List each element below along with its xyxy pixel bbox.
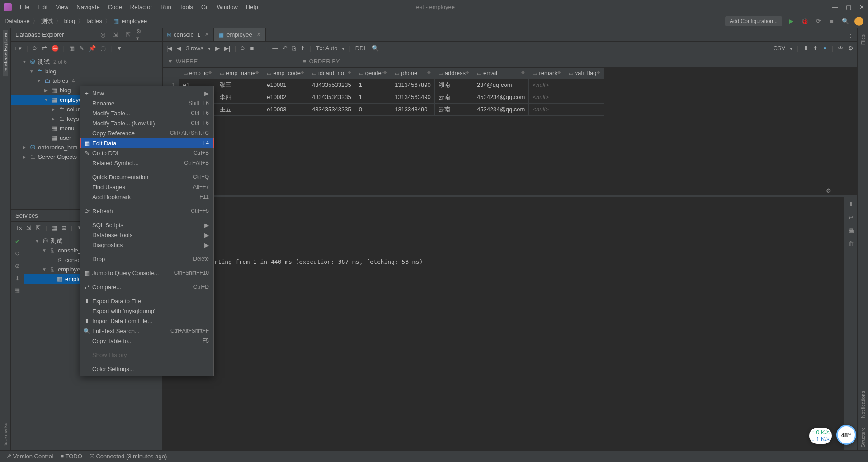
output-hide-icon[interactable]: — xyxy=(836,187,842,194)
add-configuration-button[interactable]: Add Configuration... xyxy=(725,16,782,26)
stop-icon[interactable]: ■ xyxy=(827,17,836,26)
breadcrumb-item[interactable]: blog xyxy=(64,18,75,24)
col-vali_flag[interactable]: ▭vali_flag◆ xyxy=(565,68,604,79)
grid-settings-icon[interactable]: ⚙ xyxy=(848,45,854,52)
cm-color-settings-[interactable]: Color Settings... xyxy=(80,364,213,374)
services-tree-icon[interactable]: ⊞ xyxy=(61,224,66,231)
output-wrap-icon[interactable]: ↩ xyxy=(849,214,854,221)
ai-icon[interactable]: ✦ xyxy=(822,45,827,52)
cm-export-data-to-file[interactable]: ⬇Export Data to File xyxy=(80,296,213,306)
close-icon[interactable]: ✕ xyxy=(859,4,864,10)
rail-bookmarks[interactable]: Bookmarks xyxy=(3,420,8,450)
services-export-icon[interactable]: ⬇ xyxy=(15,275,20,281)
tab-console_1[interactable]: ⎘console_1✕ xyxy=(163,28,214,41)
search-icon[interactable]: 🔍 xyxy=(841,17,850,26)
col-emp_code[interactable]: ▭emp_code◆ xyxy=(263,68,308,79)
cm-full-text-search-[interactable]: 🔍Full-Text Search...Ctrl+Alt+Shift+F xyxy=(80,326,213,336)
sort-icon[interactable]: ≡ xyxy=(303,58,307,65)
export-icon[interactable]: ⬇ xyxy=(803,45,808,52)
cm-export-with-mysqldump-[interactable]: Export with 'mysqldump' xyxy=(80,306,213,316)
last-page-icon[interactable]: ▶| xyxy=(224,45,230,52)
table-row[interactable]: 3王五e1000343343534323501313343490云南453423… xyxy=(163,103,604,115)
next-page-icon[interactable]: ▶ xyxy=(215,45,220,52)
services-cancel-icon[interactable]: ⊘ xyxy=(15,262,20,269)
menu-refactor[interactable]: Refactor xyxy=(127,2,156,12)
tab-close-icon[interactable]: ✕ xyxy=(205,32,209,38)
avatar[interactable] xyxy=(854,17,863,26)
where-label[interactable]: WHERE xyxy=(176,58,198,65)
cm-import-data-from-file-[interactable]: ⬆Import Data from File... xyxy=(80,316,213,326)
search-grid-icon[interactable]: 🔍 xyxy=(372,45,379,52)
col-emp_name[interactable]: ▭emp_name◆ xyxy=(216,68,263,79)
filter-icon[interactable]: ▼ xyxy=(167,58,173,65)
tab-employee[interactable]: ▦employee✕ xyxy=(214,28,265,41)
tree-item-测试[interactable]: ▼⛁测试2 of 6 xyxy=(11,57,162,67)
remove-row-icon[interactable]: — xyxy=(272,45,278,52)
refresh-icon[interactable]: ⟳ xyxy=(33,45,38,52)
target-icon[interactable]: ◎ xyxy=(98,30,107,39)
view-mode-icon[interactable]: 👁 xyxy=(838,45,844,52)
view-icon[interactable]: ▢ xyxy=(100,45,106,52)
cm-refresh[interactable]: ⟳RefreshCtrl+F5 xyxy=(80,206,213,216)
cm-modify-table-[interactable]: Modify Table...Ctrl+F6 xyxy=(80,108,213,118)
services-grid-icon[interactable]: ▦ xyxy=(14,287,20,294)
clone-icon[interactable]: ⎘ xyxy=(292,45,296,52)
output-gear-icon[interactable]: ⚙ xyxy=(826,187,831,194)
add-row-icon[interactable]: + xyxy=(264,45,268,52)
cm-related-symbol-[interactable]: Related Symbol...Ctrl+Alt+B xyxy=(80,158,213,168)
menu-help[interactable]: Help xyxy=(242,2,262,12)
col-remark[interactable]: ▭remark◆ xyxy=(529,68,565,79)
import-icon[interactable]: ⬆ xyxy=(813,45,818,52)
cm-sql-scripts[interactable]: SQL Scripts▶ xyxy=(80,220,213,230)
edit-icon[interactable]: ✎ xyxy=(79,45,84,52)
services-rollback-icon[interactable]: ⇱ xyxy=(36,224,41,231)
menu-view[interactable]: View xyxy=(52,2,72,12)
todo-widget[interactable]: ≡ TODO xyxy=(61,453,82,460)
table-icon[interactable]: ▦ xyxy=(69,45,75,52)
tree-item-blog[interactable]: ▼🗀blog xyxy=(11,67,162,76)
output-scroll-icon[interactable]: ⬇ xyxy=(849,201,854,208)
commit-icon[interactable]: ↥ xyxy=(300,45,305,52)
breadcrumb-item[interactable]: tables xyxy=(86,18,102,24)
stop-icon[interactable]: ■ xyxy=(250,45,254,52)
filter-icon[interactable]: ▼ xyxy=(116,45,122,52)
hide-icon[interactable]: — xyxy=(149,30,158,39)
tabs-more-icon[interactable]: ⋮ xyxy=(848,31,854,38)
output-trash-icon[interactable]: 🗑 xyxy=(848,240,854,247)
cm-edit-data[interactable]: ▦Edit DataF4 xyxy=(80,138,213,148)
cm-jump-to-query-console-[interactable]: ▦Jump to Query Console...Ctrl+Shift+F10 xyxy=(80,268,213,278)
tab-close-icon[interactable]: ✕ xyxy=(257,32,261,38)
col-phone[interactable]: ▭phone◆ xyxy=(391,68,435,79)
menu-git[interactable]: Git xyxy=(198,2,212,12)
cm-copy-table-to-[interactable]: Copy Table to...F5 xyxy=(80,336,213,346)
breadcrumb-item[interactable]: Database xyxy=(5,18,30,24)
menu-file[interactable]: File xyxy=(16,2,33,12)
cm-go-to-ddl[interactable]: ✎Go to DDLCtrl+B xyxy=(80,148,213,158)
pin-icon[interactable]: 📌 xyxy=(89,45,96,52)
gear-icon[interactable]: ⚙ ▾ xyxy=(136,30,145,39)
debug-icon[interactable]: 🐞 xyxy=(800,17,809,26)
minimize-icon[interactable]: — xyxy=(832,4,838,10)
services-history-icon[interactable]: ↺ xyxy=(15,250,20,257)
services-ok-icon[interactable]: ✔ xyxy=(15,238,20,245)
cm-find-usages[interactable]: Find UsagesAlt+F7 xyxy=(80,182,213,192)
menu-window[interactable]: Window xyxy=(213,2,241,12)
services-layout-icon[interactable]: ▦ xyxy=(52,224,57,231)
menu-navigate[interactable]: Navigate xyxy=(73,2,103,12)
cm-rename-[interactable]: Rename...Shift+F6 xyxy=(80,98,213,108)
services-commit-icon[interactable]: ⇲ xyxy=(26,224,31,231)
prev-page-icon[interactable]: ◀ xyxy=(177,45,181,52)
expand-icon[interactable]: ⇲ xyxy=(111,30,120,39)
tx-mode[interactable]: Tx: Auto xyxy=(316,45,338,52)
col-gender[interactable]: ▭gender◆ xyxy=(355,68,391,79)
cm-drop[interactable]: DropDelete xyxy=(80,254,213,264)
rail-files[interactable]: Files xyxy=(860,32,866,48)
menu-code[interactable]: Code xyxy=(104,2,126,12)
sync-icon[interactable]: ⇄ xyxy=(42,45,47,52)
cm-add-bookmark[interactable]: Add BookmarkF11 xyxy=(80,192,213,202)
breadcrumb-item[interactable]: employee xyxy=(122,18,147,24)
cm-modify-table-new-ui-[interactable]: Modify Table... (New UI)Ctrl+F6 xyxy=(80,118,213,128)
order-label[interactable]: ORDER BY xyxy=(309,58,340,65)
maximize-icon[interactable]: ▢ xyxy=(846,4,851,10)
cm-diagnostics[interactable]: Diagnostics▶ xyxy=(80,240,213,250)
